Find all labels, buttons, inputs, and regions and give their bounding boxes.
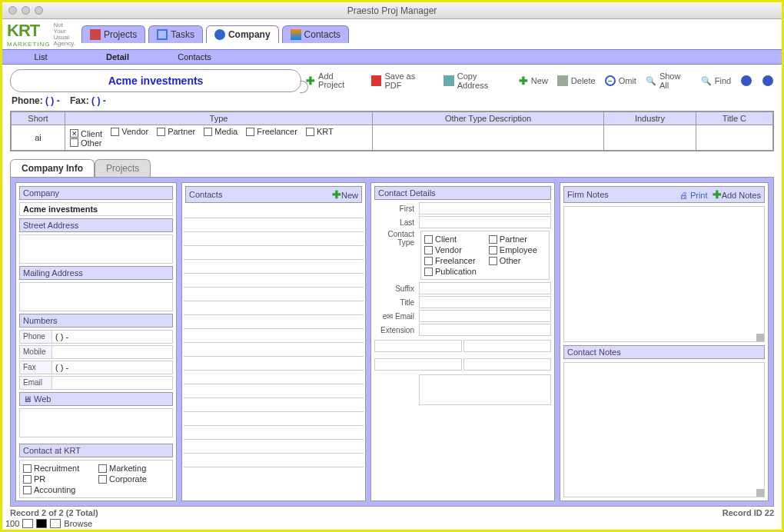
mode-label: Browse <box>64 519 92 528</box>
pdf-icon <box>371 75 382 86</box>
firm-notes-area[interactable] <box>563 206 765 342</box>
subnav-contacts[interactable]: Contacts <box>156 52 233 62</box>
industry-input[interactable] <box>604 125 696 151</box>
email-input[interactable] <box>52 377 172 389</box>
ctype-employee-checkbox[interactable]: Employee <box>489 245 540 254</box>
delete-button[interactable]: Delete <box>557 75 596 86</box>
footer-tool3-icon[interactable] <box>50 519 61 528</box>
spare1-input[interactable] <box>374 340 462 352</box>
numbers-section-head: Numbers <box>19 314 173 328</box>
magnifier-icon: 🔍 <box>646 76 656 86</box>
save-pdf-button[interactable]: Save as PDF <box>371 71 434 90</box>
footer-tool1-icon[interactable] <box>22 519 33 528</box>
krt-recruitment-checkbox[interactable]: Recruitment <box>23 464 88 473</box>
ctype-partner-checkbox[interactable]: Partner <box>489 234 540 244</box>
subtab-projects[interactable]: Projects <box>95 159 151 177</box>
print-button[interactable]: 🖨 Print <box>679 191 708 200</box>
copy-icon <box>443 75 454 86</box>
tab-tasks[interactable]: Tasks <box>148 25 203 43</box>
subnav-list[interactable]: List <box>2 52 79 62</box>
company-type-grid: Short Type Other Type Description Indust… <box>10 111 774 151</box>
contact-notes-area[interactable] <box>563 362 765 498</box>
col-titlec: Title C <box>696 112 772 125</box>
contacts-new-button[interactable]: ✚New <box>332 188 358 201</box>
copy-address-button[interactable]: Copy Address <box>443 71 510 90</box>
projects-icon <box>90 29 101 40</box>
email-icon: e✉ <box>383 312 394 321</box>
subnav-detail[interactable]: Detail <box>79 52 156 62</box>
type-freelancer-checkbox[interactable]: Freelancer <box>246 127 297 136</box>
phone-fax-line: Phone: ( ) - Fax: ( ) - <box>2 94 782 109</box>
extension-input[interactable] <box>419 324 551 336</box>
street-address-input[interactable] <box>19 234 173 264</box>
first-input[interactable] <box>419 202 551 214</box>
phone-input[interactable]: ( ) - <box>52 331 172 343</box>
tab-projects[interactable]: Projects <box>81 25 145 43</box>
col-other: Other Type Description <box>373 112 604 125</box>
trash-icon <box>557 75 568 86</box>
find-button[interactable]: 🔍Find <box>701 76 731 86</box>
mobile-input[interactable] <box>52 346 172 358</box>
footer-tool2-icon[interactable] <box>36 519 47 528</box>
subtab-company-info[interactable]: Company Info <box>10 159 95 177</box>
col-type: Type <box>65 112 373 125</box>
krt-corporate-checkbox[interactable]: Corporate <box>98 474 163 484</box>
krt-pr-checkbox[interactable]: PR <box>23 474 88 484</box>
plus-icon: ✚ <box>519 75 528 87</box>
record-counter: Record 2 of 2 (2 Total) <box>10 508 98 517</box>
add-notes-button[interactable]: ✚Add Notes <box>713 191 761 200</box>
company-field[interactable]: Acme investments <box>20 203 172 215</box>
add-project-button[interactable]: ✚Add Project <box>306 72 361 89</box>
ctype-client-checkbox[interactable]: Client <box>424 234 477 244</box>
other-desc-input[interactable] <box>373 125 604 151</box>
col-short: Short <box>12 112 65 125</box>
contacts-list[interactable] <box>184 204 364 499</box>
type-client-checkbox[interactable]: ✕Client <box>70 129 102 138</box>
firm-notes-head: Firm Notes 🖨 Print ✚Add Notes <box>563 186 765 203</box>
fax-input[interactable]: ( ) - <box>52 361 172 374</box>
sub-navigation: List Detail Contacts <box>2 49 782 65</box>
street-section-head: Street Address <box>19 218 173 232</box>
type-vendor-checkbox[interactable]: Vendor <box>111 127 148 136</box>
company-icon <box>214 29 225 40</box>
cd-email-input[interactable] <box>419 310 551 322</box>
ctype-publication-checkbox[interactable]: Publication <box>424 267 477 276</box>
last-input[interactable] <box>419 216 551 228</box>
window-titlebar: Praesto Proj Manager <box>2 2 782 19</box>
type-checkboxes: ✕Client Vendor Partner Media Freelancer … <box>65 125 373 151</box>
type-media-checkbox[interactable]: Media <box>204 127 238 136</box>
magnifier-icon: 🔍 <box>701 76 712 86</box>
type-other-checkbox[interactable]: Other <box>70 138 102 148</box>
ctype-other-checkbox[interactable]: Other <box>489 256 540 265</box>
omit-button[interactable]: −Omit <box>605 75 636 86</box>
web-input[interactable] <box>19 408 173 437</box>
zoom-value[interactable]: 100 <box>5 519 19 528</box>
mailing-address-input[interactable] <box>19 282 173 311</box>
spare3-input[interactable] <box>374 358 462 371</box>
nav-down-icon[interactable] <box>762 75 774 87</box>
type-partner-checkbox[interactable]: Partner <box>157 127 195 136</box>
spare2-input[interactable] <box>463 340 551 352</box>
tab-contacts[interactable]: Contacts <box>282 25 349 43</box>
new-button[interactable]: ✚New <box>519 75 548 87</box>
app-logo: KRTMARKETING NotYourUsualAgency. <box>7 21 75 48</box>
ctype-vendor-checkbox[interactable]: Vendor <box>424 245 477 254</box>
contact-notes-head: Contact Notes <box>563 345 765 359</box>
krt-contact-head: Contact at KRT <box>19 444 173 457</box>
contact-details-head: Contact Details <box>374 186 551 200</box>
short-value[interactable]: ai <box>12 125 65 151</box>
contacts-icon <box>291 29 301 40</box>
nav-up-icon[interactable] <box>740 75 752 87</box>
type-krt-checkbox[interactable]: KRT <box>306 127 334 136</box>
spare5-input[interactable] <box>419 374 551 405</box>
krt-accounting-checkbox[interactable]: Accounting <box>23 485 88 494</box>
titlec-input[interactable] <box>696 125 772 151</box>
company-name-display: Acme investments <box>10 69 301 92</box>
title-input[interactable] <box>419 296 551 308</box>
krt-marketing-checkbox[interactable]: Marketing <box>98 464 163 473</box>
tab-company[interactable]: Company <box>206 25 279 43</box>
suffix-input[interactable] <box>419 282 551 294</box>
show-all-button[interactable]: 🔍Show All <box>646 71 692 90</box>
spare4-input[interactable] <box>463 358 551 371</box>
ctype-freelancer-checkbox[interactable]: Freelancer <box>424 256 477 265</box>
